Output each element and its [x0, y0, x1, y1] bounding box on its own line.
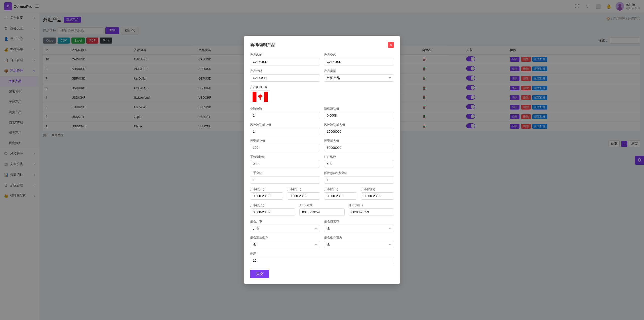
- label-open-sun: 开市(周日): [349, 203, 394, 207]
- form-row-2: 产品代码 产品类型 外汇产品 加密货币 美股产品 期货产品: [250, 69, 394, 82]
- svg-rect-5: [264, 92, 268, 102]
- input-open-thu[interactable]: [361, 192, 394, 200]
- label-invest-min: 投资最小值: [250, 139, 320, 143]
- input-fee-ratio[interactable]: [250, 160, 320, 167]
- select-is-self-pub[interactable]: 否 是: [324, 225, 394, 232]
- form-row-sort: 排序: [250, 252, 394, 264]
- form-row-open-status: 是否开市 开市 休市 是否自发布 否 是: [250, 219, 394, 232]
- svg-rect-3: [253, 92, 256, 102]
- label-open-sat: 开市(周六): [299, 203, 345, 207]
- submit-button[interactable]: 提交: [250, 270, 269, 278]
- form-row-4: 风控波动最小值 风控波动最大值: [250, 123, 394, 135]
- input-open-mon[interactable]: [250, 192, 283, 200]
- form-group-open-fri: 开市(周五): [250, 203, 295, 216]
- input-leverage[interactable]: [324, 160, 394, 167]
- form-group-product-code: 产品代码: [250, 69, 320, 82]
- label-is-self-pub: 是否自发布: [324, 219, 394, 224]
- input-open-tue[interactable]: [287, 192, 320, 200]
- form-submit-row: 提交: [250, 268, 394, 278]
- form-group-open-mon: 开市(周一): [250, 187, 283, 200]
- input-product-name[interactable]: [250, 58, 320, 65]
- form-group-per-hand: 一手金额: [250, 171, 320, 184]
- input-product-fullname[interactable]: [324, 58, 394, 65]
- input-invest-max[interactable]: [324, 144, 394, 151]
- label-product-code: 产品代码: [250, 69, 320, 73]
- form-group-is-open: 是否开市 开市 休市: [250, 219, 320, 232]
- label-is-homepage: 是否推荐首页: [324, 235, 394, 240]
- label-leverage: 杠杆倍数: [324, 155, 394, 159]
- input-random-fluct[interactable]: [324, 112, 394, 119]
- form-group-is-top: 是否置顶推荐 否 是: [250, 235, 320, 248]
- svg-rect-7: [260, 98, 261, 100]
- flag-svg: [253, 92, 268, 102]
- form-row-7: 一手金额 (合约)涨跌点金额: [250, 171, 394, 184]
- modal-title: 新增/编辑产品: [250, 42, 275, 48]
- label-product-fullname: 产品全名: [324, 53, 394, 57]
- label-open-fri: 开市(周五): [250, 203, 295, 207]
- form-group-product-type: 产品类型 外汇产品 加密货币 美股产品 期货产品: [324, 69, 394, 82]
- form-group-open-thu: 开市(周四): [361, 187, 394, 200]
- form-group-leverage: 杠杆倍数: [324, 155, 394, 167]
- label-invest-max: 投资最大值: [324, 139, 394, 143]
- form-group-open-tue: 开市(周二): [287, 187, 320, 200]
- form-row-recommend: 是否置顶推荐 否 是 是否推荐首页 否 是: [250, 235, 394, 248]
- label-spread: (合约)涨跌点金额: [324, 171, 394, 175]
- form-row-5: 投资最小值 投资最大值: [250, 139, 394, 151]
- label-per-hand: 一手金额: [250, 171, 320, 175]
- form-group-risk-min: 风控波动最小值: [250, 123, 320, 135]
- form-row-logo: 产品(LOGO): [250, 85, 394, 103]
- form-group-spread: (合约)涨跌点金额: [324, 171, 394, 184]
- form-group-open-sat: 开市(周六): [299, 203, 345, 216]
- modal: 新增/编辑产品 × 产品名称 产品全名 产品代码 产品类型: [244, 36, 400, 284]
- form-group-invest-max: 投资最大值: [324, 139, 394, 151]
- input-per-hand[interactable]: [250, 176, 320, 184]
- input-sort[interactable]: [250, 257, 394, 264]
- input-invest-min[interactable]: [250, 144, 320, 151]
- form-group-logo: 产品(LOGO): [250, 85, 394, 103]
- form-group-is-self-pub: 是否自发布 否 是: [324, 219, 394, 232]
- label-open-wed: 开市(周三): [324, 187, 357, 191]
- modal-header: 新增/编辑产品 ×: [250, 42, 394, 48]
- select-is-open[interactable]: 开市 休市: [250, 225, 320, 232]
- label-fee-ratio: 手续费比例: [250, 155, 320, 159]
- form-group-fee-ratio: 手续费比例: [250, 155, 320, 167]
- input-product-code[interactable]: [250, 74, 320, 82]
- input-open-wed[interactable]: [324, 192, 357, 200]
- form-group-random-fluct: 随机波动值: [324, 106, 394, 119]
- select-is-homepage[interactable]: 否 是: [324, 241, 394, 248]
- modal-close-button[interactable]: ×: [388, 42, 394, 48]
- input-decimal[interactable]: [250, 112, 320, 119]
- form-group-open-wed: 开市(周三): [324, 187, 357, 200]
- input-risk-min[interactable]: [250, 128, 320, 135]
- input-open-sun[interactable]: [349, 208, 394, 216]
- form-group-open-sun: 开市(周日): [349, 203, 394, 216]
- modal-overlay: 新增/编辑产品 × 产品名称 产品全名 产品代码 产品类型: [0, 0, 644, 320]
- label-open-mon: 开市(周一): [250, 187, 283, 191]
- input-open-sat[interactable]: [299, 208, 345, 216]
- label-open-thu: 开市(周四): [361, 187, 394, 191]
- label-is-top: 是否置顶推荐: [250, 235, 320, 240]
- label-sort: 排序: [250, 252, 394, 256]
- label-open-tue: 开市(周二): [287, 187, 320, 191]
- label-logo: 产品(LOGO): [250, 85, 394, 89]
- label-product-type: 产品类型: [324, 69, 394, 73]
- label-decimal: 小数位数: [250, 106, 320, 111]
- input-open-fri[interactable]: [250, 208, 295, 216]
- label-product-name: 产品名称: [250, 53, 320, 57]
- form-group-decimal: 小数位数: [250, 106, 320, 119]
- input-spread[interactable]: [324, 176, 394, 184]
- label-risk-max: 风控波动最大值: [324, 123, 394, 127]
- form-group-product-name: 产品名称: [250, 53, 320, 65]
- logo-preview[interactable]: [250, 90, 270, 103]
- form-row-1: 产品名称 产品全名: [250, 53, 394, 65]
- label-random-fluct: 随机波动值: [324, 106, 394, 111]
- form-group-is-homepage: 是否推荐首页 否 是: [324, 235, 394, 248]
- select-is-top[interactable]: 否 是: [250, 241, 320, 248]
- form-group-invest-min: 投资最小值: [250, 139, 320, 151]
- input-risk-max[interactable]: [324, 128, 394, 135]
- form-row-6: 手续费比例 杠杆倍数: [250, 155, 394, 167]
- form-row-open-2: 开市(周五) 开市(周六) 开市(周日): [250, 203, 394, 216]
- form-row-open-1: 开市(周一) 开市(周二) 开市(周三) 开市(周四): [250, 187, 394, 200]
- form-group-risk-max: 风控波动最大值: [324, 123, 394, 135]
- select-product-type[interactable]: 外汇产品 加密货币 美股产品 期货产品: [324, 74, 394, 82]
